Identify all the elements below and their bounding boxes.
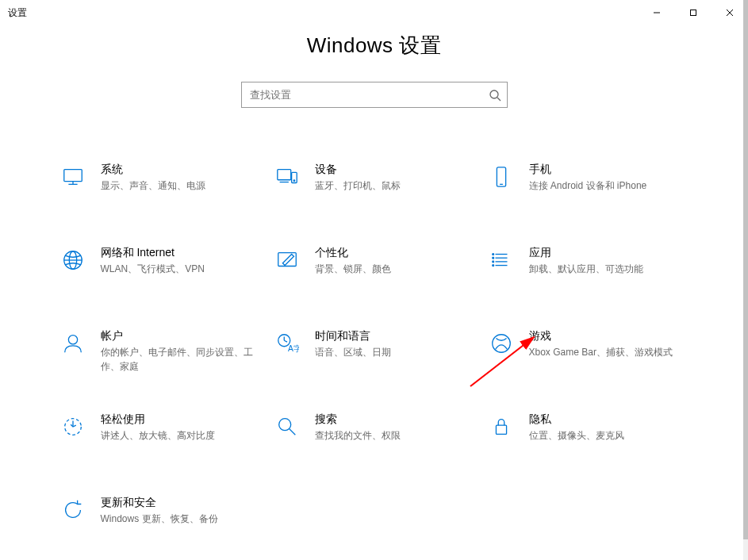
scrollbar[interactable] [743, 0, 748, 560]
tile-title: 个性化 [315, 245, 475, 259]
tile-title: 更新和安全 [101, 495, 261, 509]
tile-desc: 显示、声音、通知、电源 [101, 178, 261, 193]
tile-desc: 背景、锁屏、颜色 [315, 262, 475, 276]
tile-desc: 讲述人、放大镜、高对比度 [101, 428, 261, 443]
phone-icon [488, 163, 515, 190]
update-icon [59, 497, 86, 524]
xbox-icon [488, 330, 515, 357]
tile-title: 隐私 [529, 412, 689, 426]
tile-title: 网络和 Internet [101, 245, 261, 259]
svg-rect-37 [496, 425, 506, 434]
tile-desc: 你的帐户、电子邮件、同步设置、工作、家庭 [101, 345, 261, 374]
svg-rect-9 [277, 170, 290, 180]
svg-rect-18 [278, 253, 296, 267]
tile-network[interactable]: 网络和 Internet WLAN、飞行模式、VPN [53, 234, 267, 317]
system-icon [59, 163, 86, 190]
lock-icon [488, 413, 515, 440]
tile-title: 应用 [529, 245, 689, 259]
titlebar: 设置 [0, 0, 748, 25]
tile-privacy[interactable]: 隐私 位置、摄像头、麦克风 [481, 401, 696, 484]
search-icon [489, 89, 501, 102]
tile-ease-of-access[interactable]: 轻松使用 讲述人、放大镜、高对比度 [53, 401, 267, 484]
tile-time-language[interactable]: A字 时间和语言 语音、区域、日期 [267, 317, 481, 401]
tile-desc: 连接 Android 设备和 iPhone [529, 178, 689, 193]
tile-desc: 语音、区域、日期 [315, 345, 475, 359]
tile-title: 轻松使用 [101, 412, 261, 426]
scrollbar-thumb[interactable] [743, 0, 748, 539]
tile-desc: 查找我的文件、权限 [315, 428, 475, 443]
svg-line-30 [284, 340, 287, 342]
svg-point-25 [492, 261, 493, 263]
tile-phone[interactable]: 手机 连接 Android 设备和 iPhone [481, 151, 696, 234]
svg-point-26 [492, 265, 493, 267]
ease-icon [59, 413, 86, 440]
tile-desc: Xbox Game Bar、捕获、游戏模式 [529, 345, 689, 359]
tile-title: 时间和语言 [315, 328, 475, 343]
svg-line-36 [289, 429, 295, 435]
tile-title: 手机 [529, 162, 689, 176]
svg-point-27 [68, 336, 77, 344]
svg-rect-13 [497, 167, 505, 186]
tile-personalization[interactable]: 个性化 背景、锁屏、颜色 [267, 234, 481, 317]
svg-point-32 [492, 335, 510, 353]
settings-grid: 系统 显示、声音、通知、电源 设备 蓝牙、打印机、鼠标 手机 连接 Androi… [53, 151, 696, 560]
tile-desc: 位置、摄像头、麦克风 [529, 428, 689, 443]
tile-desc: WLAN、飞行模式、VPN [101, 262, 261, 276]
tile-devices[interactable]: 设备 蓝牙、打印机、鼠标 [267, 151, 481, 234]
apps-icon [488, 247, 515, 274]
svg-rect-1 [691, 10, 696, 16]
window-title: 设置 [8, 6, 27, 20]
tile-title: 系统 [101, 162, 261, 176]
globe-icon [59, 247, 86, 274]
time-language-icon: A字 [274, 330, 301, 357]
svg-point-35 [278, 419, 290, 431]
page-title: Windows 设置 [0, 32, 748, 59]
tile-system[interactable]: 系统 显示、声音、通知、电源 [53, 151, 267, 234]
maximize-button[interactable] [675, 0, 712, 25]
svg-rect-6 [63, 170, 82, 182]
svg-line-5 [497, 98, 501, 101]
search-tile-icon [274, 413, 301, 440]
svg-point-11 [293, 180, 295, 182]
tile-title: 游戏 [529, 328, 689, 343]
window-controls [639, 0, 748, 25]
svg-point-23 [492, 254, 493, 255]
svg-point-4 [490, 90, 498, 98]
tile-title: 设备 [315, 162, 475, 176]
tile-title: 帐户 [101, 328, 261, 343]
tile-accounts[interactable]: 帐户 你的帐户、电子邮件、同步设置、工作、家庭 [53, 317, 267, 401]
tile-search[interactable]: 搜索 查找我的文件、权限 [267, 401, 481, 484]
devices-icon [274, 163, 301, 190]
personalize-icon [274, 247, 301, 274]
accounts-icon [59, 330, 86, 357]
tile-desc: Windows 更新、恢复、备份 [101, 512, 261, 526]
search-region [0, 82, 748, 108]
tile-desc: 卸载、默认应用、可选功能 [529, 262, 689, 276]
search-box [241, 82, 508, 108]
tile-update[interactable]: 更新和安全 Windows 更新、恢复、备份 [53, 484, 267, 560]
tile-title: 搜索 [315, 412, 475, 426]
tile-desc: 蓝牙、打印机、鼠标 [315, 178, 475, 193]
minimize-button[interactable] [639, 0, 675, 25]
page-header: Windows 设置 [0, 32, 748, 59]
tile-apps[interactable]: 应用 卸载、默认应用、可选功能 [481, 234, 696, 317]
search-input[interactable] [241, 82, 508, 108]
svg-point-24 [492, 257, 493, 259]
svg-text:A字: A字 [287, 344, 298, 353]
tile-gaming[interactable]: 游戏 Xbox Game Bar、捕获、游戏模式 [481, 317, 696, 401]
